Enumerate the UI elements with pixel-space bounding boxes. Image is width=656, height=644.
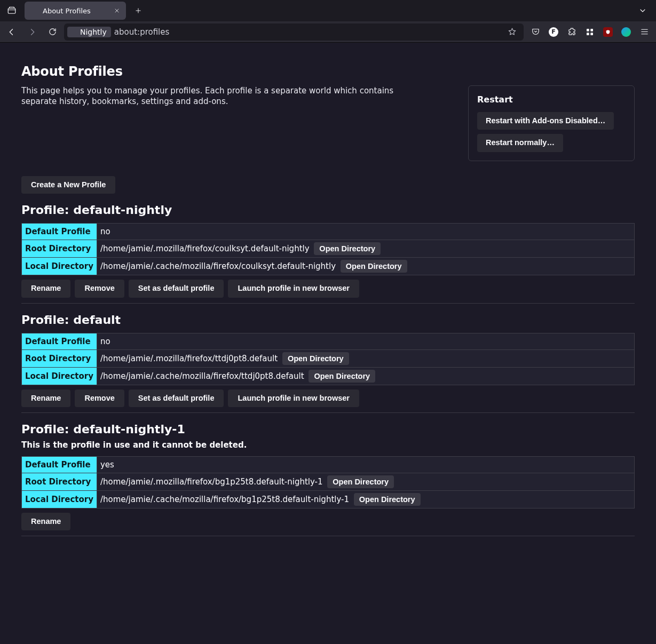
rename-button[interactable]: Rename xyxy=(21,389,70,407)
set-default-button[interactable]: Set as default profile xyxy=(129,389,224,407)
svg-rect-1 xyxy=(10,7,14,8)
firefox-view-button[interactable] xyxy=(3,3,20,18)
page-content: About Profiles This page helps you to ma… xyxy=(0,43,656,560)
svg-rect-5 xyxy=(590,33,593,35)
profile-actions: Rename xyxy=(21,513,635,530)
svg-rect-3 xyxy=(590,29,593,31)
root-dir-cell: /home/jamie/.mozilla/firefox/ttdj0pt8.de… xyxy=(97,349,634,367)
restart-box: Restart Restart with Add-ons Disabled… R… xyxy=(468,85,635,161)
open-root-dir-button[interactable]: Open Directory xyxy=(282,352,349,365)
root-dir-label: Root Directory xyxy=(22,240,97,258)
default-profile-value: yes xyxy=(97,456,634,473)
open-local-dir-button[interactable]: Open Directory xyxy=(309,370,375,383)
root-dir-value: /home/jamie/.mozilla/firefox/ttdj0pt8.de… xyxy=(100,354,278,363)
restart-addons-disabled-button[interactable]: Restart with Add-ons Disabled… xyxy=(477,112,614,130)
nav-toolbar: Nightly about:profiles F xyxy=(0,21,656,43)
profile-section: Profile: default Default Profile no Root… xyxy=(21,313,635,413)
url-text: about:profiles xyxy=(114,27,170,37)
pocket-button[interactable] xyxy=(527,24,544,40)
local-dir-label: Local Directory xyxy=(22,490,97,508)
profile-table: Default Profile yes Root Directory /home… xyxy=(21,456,635,508)
remove-button[interactable]: Remove xyxy=(75,280,124,297)
profile-table: Default Profile no Root Directory /home/… xyxy=(21,333,635,385)
local-dir-label: Local Directory xyxy=(22,367,97,385)
local-dir-value: /home/jamie/.cache/mozilla/firefox/coulk… xyxy=(100,261,336,271)
list-all-tabs-button[interactable] xyxy=(635,3,651,18)
profile-table: Default Profile no Root Directory /home/… xyxy=(21,223,635,275)
local-dir-value: /home/jamie/.cache/mozilla/firefox/ttdj0… xyxy=(100,371,304,381)
reload-button[interactable] xyxy=(44,24,61,40)
open-local-dir-button[interactable]: Open Directory xyxy=(354,493,421,506)
privacy-ext-icon xyxy=(621,27,631,37)
root-dir-cell: /home/jamie/.mozilla/firefox/coulksyt.de… xyxy=(97,240,634,258)
extensions-button[interactable] xyxy=(563,24,580,40)
root-dir-label: Root Directory xyxy=(22,473,97,490)
svg-rect-0 xyxy=(8,9,15,14)
tab-close-button[interactable] xyxy=(112,6,122,15)
tab-favicon xyxy=(30,6,38,15)
ublock-icon xyxy=(603,27,613,37)
forward-button[interactable] xyxy=(23,24,41,40)
browser-chrome: About Profiles Nightly xyxy=(0,0,656,43)
privacy-ext-button[interactable] xyxy=(618,24,635,40)
open-root-dir-button[interactable]: Open Directory xyxy=(327,475,394,488)
set-default-button[interactable]: Set as default profile xyxy=(129,280,224,297)
account-button[interactable]: F xyxy=(545,24,562,40)
section-separator xyxy=(21,536,635,536)
app-menu-button[interactable] xyxy=(636,24,653,40)
tab-strip: About Profiles xyxy=(0,0,656,21)
page-title: About Profiles xyxy=(21,64,635,79)
default-profile-value: no xyxy=(97,333,634,349)
section-separator xyxy=(21,303,635,304)
open-root-dir-button[interactable]: Open Directory xyxy=(314,242,381,255)
default-profile-label: Default Profile xyxy=(22,333,97,349)
new-tab-button[interactable] xyxy=(130,3,146,19)
create-new-profile-button[interactable]: Create a New Profile xyxy=(21,176,115,194)
url-bar[interactable]: Nightly about:profiles xyxy=(64,23,524,41)
addon-grid-button[interactable] xyxy=(581,24,598,40)
identity-favicon xyxy=(69,28,78,36)
profile-actions: Rename Remove Set as default profile Lau… xyxy=(21,389,635,407)
rename-button[interactable]: Rename xyxy=(21,280,70,297)
profile-in-use-note: This is the profile in use and it cannot… xyxy=(21,440,635,450)
profile-section: Profile: default-nightly-1 This is the p… xyxy=(21,423,635,536)
restart-normally-button[interactable]: Restart normally… xyxy=(477,134,563,152)
identity-box[interactable]: Nightly xyxy=(67,27,111,37)
local-dir-value: /home/jamie/.cache/mozilla/firefox/bg1p2… xyxy=(100,495,349,504)
profile-heading: Profile: default-nightly xyxy=(21,203,635,217)
rename-button[interactable]: Rename xyxy=(21,513,70,530)
local-dir-label: Local Directory xyxy=(22,258,97,275)
back-button[interactable] xyxy=(3,24,20,40)
open-local-dir-button[interactable]: Open Directory xyxy=(341,260,407,273)
bookmark-star-button[interactable] xyxy=(503,24,520,40)
svg-rect-2 xyxy=(587,29,589,31)
svg-rect-4 xyxy=(587,33,589,35)
local-dir-cell: /home/jamie/.cache/mozilla/firefox/bg1p2… xyxy=(97,490,634,508)
local-dir-cell: /home/jamie/.cache/mozilla/firefox/ttdj0… xyxy=(97,367,634,385)
profile-heading: Profile: default xyxy=(21,313,635,327)
root-dir-cell: /home/jamie/.mozilla/firefox/bg1p25t8.de… xyxy=(97,473,634,490)
root-dir-value: /home/jamie/.mozilla/firefox/bg1p25t8.de… xyxy=(100,477,323,487)
profile-actions: Rename Remove Set as default profile Lau… xyxy=(21,280,635,297)
default-profile-label: Default Profile xyxy=(22,224,97,240)
tab-title: About Profiles xyxy=(43,7,91,15)
default-profile-label: Default Profile xyxy=(22,456,97,473)
root-dir-label: Root Directory xyxy=(22,349,97,367)
launch-profile-button[interactable]: Launch profile in new browser xyxy=(228,389,359,407)
tab-about-profiles[interactable]: About Profiles xyxy=(25,2,126,20)
account-letter: F xyxy=(549,27,558,37)
restart-heading: Restart xyxy=(477,94,626,105)
profile-section: Profile: default-nightly Default Profile… xyxy=(21,203,635,303)
identity-label: Nightly xyxy=(80,28,107,36)
intro-text: This page helps you to manage your profi… xyxy=(21,85,411,107)
local-dir-cell: /home/jamie/.cache/mozilla/firefox/coulk… xyxy=(97,258,634,275)
ublock-button[interactable] xyxy=(599,24,617,40)
launch-profile-button[interactable]: Launch profile in new browser xyxy=(228,280,359,297)
section-separator xyxy=(21,412,635,413)
profile-heading: Profile: default-nightly-1 xyxy=(21,423,635,436)
default-profile-value: no xyxy=(97,224,634,240)
remove-button[interactable]: Remove xyxy=(75,389,124,407)
root-dir-value: /home/jamie/.mozilla/firefox/coulksyt.de… xyxy=(100,244,310,253)
